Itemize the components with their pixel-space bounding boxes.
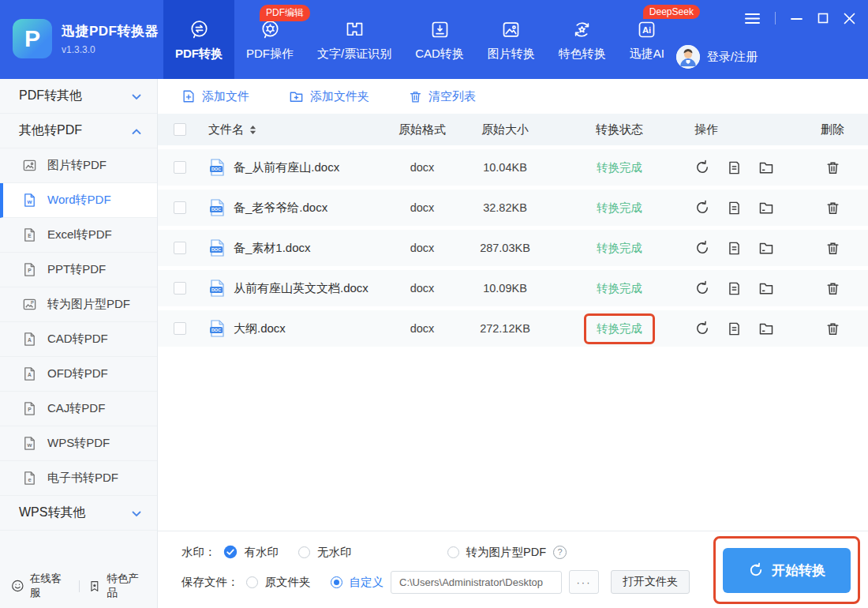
sidebar-group-wps-to-other[interactable]: WPS转其他 bbox=[0, 496, 157, 531]
file-format: docx bbox=[379, 282, 466, 295]
view-file-icon[interactable] bbox=[727, 321, 742, 336]
save-custom-label[interactable]: 自定义 bbox=[350, 575, 384, 590]
reconvert-icon[interactable] bbox=[694, 240, 710, 256]
sidebar-item-cad-to-pdf[interactable]: A CAD转PDF bbox=[0, 322, 157, 357]
row-checkbox[interactable] bbox=[174, 201, 186, 214]
featured-products-label: 特色产品 bbox=[107, 572, 146, 600]
reconvert-icon[interactable] bbox=[694, 160, 710, 175]
sidebar-item-image-to-pdf[interactable]: 图片转PDF bbox=[0, 148, 157, 183]
sidebar-item-ofd-to-pdf[interactable]: A OFD转PDF bbox=[0, 357, 157, 392]
open-folder-button[interactable]: 打开文件夹 bbox=[611, 570, 690, 594]
delete-icon[interactable] bbox=[825, 281, 840, 296]
delete-icon[interactable] bbox=[825, 160, 840, 175]
file-name: 备_素材1.docx bbox=[234, 241, 311, 256]
svg-text:A: A bbox=[28, 337, 32, 343]
image-pdf-radio[interactable] bbox=[447, 546, 459, 558]
open-folder-icon[interactable] bbox=[758, 321, 774, 336]
sidebar-item-ppt-to-pdf[interactable]: P PPT转PDF bbox=[0, 253, 157, 287]
menu-icon[interactable] bbox=[745, 13, 760, 24]
table-header: 文件名 原始格式 原始大小 转换状态 操作 删除 bbox=[158, 114, 868, 145]
row-checkbox[interactable] bbox=[174, 161, 186, 174]
open-folder-icon[interactable] bbox=[758, 240, 774, 256]
svg-text:P: P bbox=[28, 268, 32, 273]
delete-icon[interactable] bbox=[825, 321, 840, 336]
table-row: DOC 从前有座山英文文档.docx docx 10.09KB 转换完成 bbox=[158, 270, 868, 306]
view-file-icon[interactable] bbox=[727, 201, 742, 216]
view-file-icon[interactable] bbox=[727, 281, 742, 296]
group-label: 其他转PDF bbox=[19, 122, 82, 139]
reconvert-icon[interactable] bbox=[694, 280, 710, 296]
tab-special-convert[interactable]: 特色转换 bbox=[547, 0, 618, 79]
minimize-icon[interactable] bbox=[791, 13, 803, 24]
account-area[interactable]: 登录/注册 bbox=[676, 45, 758, 69]
select-all-checkbox[interactable] bbox=[174, 123, 186, 136]
login-register-link[interactable]: 登录/注册 bbox=[707, 50, 758, 65]
file-size: 10.04KB bbox=[466, 161, 544, 174]
featured-products-button[interactable]: 特色产品 bbox=[88, 572, 146, 600]
clear-list-button[interactable]: 清空列表 bbox=[409, 89, 476, 104]
logo-letter: P bbox=[24, 25, 40, 52]
delete-icon[interactable] bbox=[825, 201, 840, 216]
trash-icon bbox=[409, 90, 422, 103]
sidebar-item-word-to-pdf[interactable]: w Word转PDF bbox=[0, 183, 157, 218]
delete-icon[interactable] bbox=[825, 241, 840, 256]
tab-image-convert[interactable]: 图片转换 bbox=[476, 0, 547, 79]
status-badge: 转换完成 bbox=[597, 282, 642, 295]
deepseek-badge: DeepSeek bbox=[643, 5, 700, 19]
sidebar-item-wps-to-pdf[interactable]: w WPS转PDF bbox=[0, 426, 157, 461]
view-file-icon[interactable] bbox=[727, 160, 742, 175]
status-badge: 转换完成 bbox=[597, 201, 642, 214]
file-name: 大纲.docx bbox=[234, 321, 286, 336]
open-folder-icon[interactable] bbox=[758, 280, 774, 296]
main-content: 添加文件 添加文件夹 清空列表 文件名 原始格式 原始大小 转换状态 操作 删除 bbox=[158, 79, 868, 608]
row-checkbox[interactable] bbox=[174, 282, 186, 295]
tab-label: 迅捷AI bbox=[630, 47, 664, 62]
start-convert-button[interactable]: 开始转换 bbox=[723, 548, 851, 593]
tab-ai[interactable]: DeepSeek Ai 迅捷AI bbox=[618, 0, 676, 79]
image-pdf-label[interactable]: 转为图片型PDF bbox=[466, 545, 547, 560]
tab-label: PDF操作 bbox=[246, 47, 294, 62]
view-file-icon[interactable] bbox=[727, 241, 742, 256]
file-format: docx bbox=[379, 201, 466, 214]
save-original-radio[interactable] bbox=[246, 576, 258, 588]
sidebar-item-ebook-to-pdf[interactable]: e 电子书转PDF bbox=[0, 461, 157, 496]
sidebar-group-pdf-to-other[interactable]: PDF转其他 bbox=[0, 79, 157, 114]
row-checkbox[interactable] bbox=[174, 242, 186, 254]
tab-ocr[interactable]: 文字/票证识别 bbox=[305, 0, 403, 79]
browse-button[interactable]: ··· bbox=[569, 570, 599, 594]
reconvert-icon[interactable] bbox=[694, 321, 710, 336]
add-folder-button[interactable]: 添加文件夹 bbox=[289, 89, 369, 104]
sidebar-item-caj-to-pdf[interactable]: P CAJ转PDF bbox=[0, 392, 157, 426]
add-file-button[interactable]: 添加文件 bbox=[181, 89, 249, 104]
open-folder-icon[interactable] bbox=[758, 200, 774, 216]
group-label: PDF转其他 bbox=[19, 88, 82, 104]
watermark-off-label[interactable]: 无水印 bbox=[317, 545, 352, 560]
tab-pdf-operate[interactable]: PDF编辑 PDF操作 bbox=[234, 0, 305, 79]
annotation-highlight-status: 转换完成 bbox=[584, 313, 655, 344]
save-custom-radio[interactable] bbox=[331, 576, 342, 588]
avatar[interactable] bbox=[676, 45, 700, 69]
sidebar-group-other-to-pdf[interactable]: 其他转PDF bbox=[0, 114, 157, 148]
tab-cad-convert[interactable]: CAD转换 bbox=[403, 0, 476, 79]
ocr-icon bbox=[344, 18, 365, 40]
tab-label: 图片转换 bbox=[488, 47, 535, 62]
sidebar-item-excel-to-pdf[interactable]: E Excel转PDF bbox=[0, 218, 157, 253]
watermark-off-radio[interactable] bbox=[298, 546, 310, 558]
watermark-on-radio[interactable] bbox=[223, 545, 238, 559]
close-icon[interactable] bbox=[844, 13, 855, 24]
sort-icon[interactable] bbox=[249, 125, 256, 135]
save-path-input[interactable] bbox=[391, 571, 562, 594]
file-format: docx bbox=[379, 322, 466, 335]
reconvert-icon[interactable] bbox=[694, 200, 710, 216]
sidebar-item-to-image-pdf[interactable]: P 转为图片型PDF bbox=[0, 287, 157, 322]
row-checkbox[interactable] bbox=[174, 322, 186, 335]
save-original-label[interactable]: 原文件夹 bbox=[265, 575, 311, 590]
file-name: 从前有座山英文文档.docx bbox=[234, 281, 369, 296]
maximize-icon[interactable] bbox=[817, 13, 829, 24]
column-operations: 操作 bbox=[694, 122, 797, 137]
tab-pdf-convert[interactable]: PDF转换 bbox=[163, 0, 234, 79]
open-folder-icon[interactable] bbox=[758, 160, 774, 175]
online-support-button[interactable]: 在线客服 bbox=[11, 572, 69, 600]
watermark-on-label[interactable]: 有水印 bbox=[245, 545, 279, 560]
help-icon[interactable]: ? bbox=[553, 546, 567, 559]
